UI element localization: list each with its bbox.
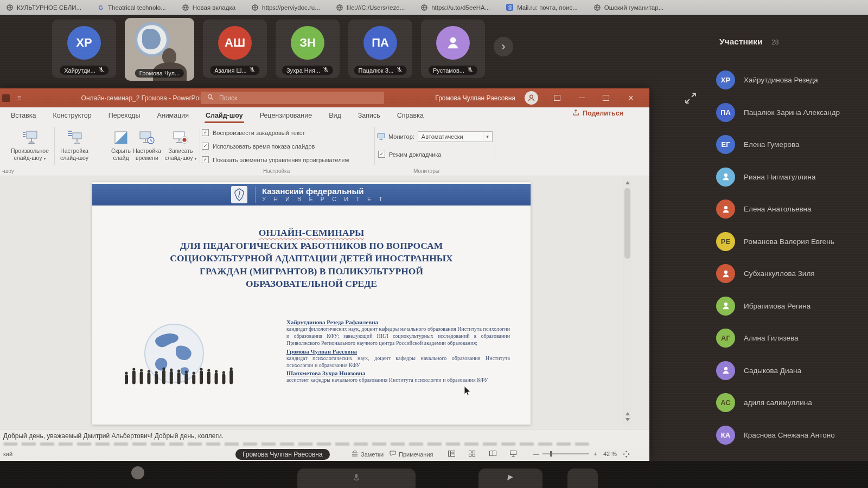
- menu-icon[interactable]: ≡: [17, 94, 22, 102]
- participant-row[interactable]: КАКраснова Снежана Антоно: [716, 419, 868, 452]
- ribbon-options-button[interactable]: [546, 88, 568, 107]
- previous-slide-icon[interactable]: [626, 412, 630, 415]
- browser-tab-label: Mail.ru: почта, поис...: [517, 4, 578, 11]
- slide-sorter-view-icon[interactable]: [469, 451, 475, 457]
- ribbon-tab-row: ВставкаКонструкторПереходыАнимацияСлайд-…: [0, 107, 649, 124]
- scrollbar-thumb[interactable]: [624, 188, 630, 259]
- setup-show-button[interactable]: Настройкаслайд-шоу: [56, 127, 92, 161]
- ribbon-tab-2[interactable]: Переходы: [107, 110, 142, 121]
- video-tile[interactable]: Рустамов...: [421, 20, 485, 78]
- ribbon-checkbox[interactable]: ✓Использовать время показа слайдов: [202, 143, 315, 150]
- ribbon-tab-7[interactable]: Запись: [357, 110, 381, 121]
- ribbon-checkbox[interactable]: ✓Воспроизвести закадровый текст: [202, 129, 305, 136]
- browser-tab[interactable]: Ошский гуманитар...: [594, 4, 663, 11]
- ribbon-tab-1[interactable]: Конструктор: [52, 110, 92, 121]
- kfu-emblem-icon: [231, 186, 247, 203]
- checkbox-checked-icon[interactable]: ✓: [202, 156, 209, 163]
- browser-tab[interactable]: КУЛЬТУРНОЕ СБЛИ...: [7, 4, 81, 11]
- participant-row[interactable]: РЕРоманова Валерия Евгень: [716, 226, 868, 258]
- account-avatar-icon[interactable]: [525, 91, 538, 105]
- record-show-button[interactable]: Записатьслайд-шоу ▾: [163, 127, 199, 162]
- ribbon-tab-active[interactable]: Слайд-шоу: [205, 110, 244, 121]
- ribbon: -шоуПроизвольноеслайд-шоу ▾Настройкаслай…: [0, 124, 649, 176]
- minimize-button[interactable]: [571, 88, 592, 107]
- reading-view-icon[interactable]: [489, 451, 496, 457]
- next-slide-icon[interactable]: [626, 418, 630, 421]
- browser-tab[interactable]: @Mail.ru: почта, поис...: [506, 4, 578, 11]
- ribbon-tab-8[interactable]: Справка: [396, 110, 425, 121]
- checkbox-checked-icon[interactable]: ✓: [202, 143, 209, 150]
- ribbon-tab-6[interactable]: Вид: [328, 110, 342, 121]
- account-name[interactable]: Громова Чулпан Раесовна: [435, 88, 515, 107]
- video-tile[interactable]: ПАПацалюк З...: [348, 20, 412, 78]
- zoom-slider[interactable]: [542, 453, 589, 454]
- ribbon-checkbox[interactable]: ✓Показать элементы управления проигрыват…: [202, 156, 349, 163]
- restore-button[interactable]: [595, 88, 617, 107]
- participant-row[interactable]: Ибрагимова Регина: [716, 290, 868, 323]
- normal-view-icon[interactable]: [448, 451, 455, 457]
- people-silhouettes-image: [123, 363, 234, 387]
- search-box[interactable]: [201, 92, 384, 104]
- avatar: АШ: [218, 26, 252, 60]
- participant-row[interactable]: Субханкуллова Зиля: [716, 258, 868, 290]
- browser-tab[interactable]: https://u.to/d5eeHA...: [421, 4, 490, 11]
- browser-tab[interactable]: Новая вкладка: [182, 4, 235, 11]
- browser-tab[interactable]: https://perviydoc.ru...: [252, 4, 320, 11]
- close-button[interactable]: ×: [620, 88, 642, 107]
- share-button[interactable]: Поделиться: [572, 109, 623, 118]
- expand-fullscreen-icon[interactable]: [685, 92, 697, 104]
- video-tile[interactable]: Громова Чул...: [125, 18, 194, 81]
- monitor-select[interactable]: Автоматически▾: [418, 131, 493, 142]
- participant-row[interactable]: Садыкова Диана: [716, 355, 868, 387]
- participant-avatar: КА: [716, 426, 735, 445]
- custom-show-button[interactable]: Произвольноеслайд-шоу ▾: [4, 127, 55, 162]
- browser-tab[interactable]: file:///C:/Users/reze...: [336, 4, 405, 11]
- checkbox-label: Использовать время показа слайдов: [213, 143, 315, 150]
- search-input[interactable]: [218, 94, 350, 102]
- checkbox-checked-icon[interactable]: ✓: [378, 151, 385, 158]
- video-tile[interactable]: ХРХайрутди...: [52, 20, 116, 78]
- ribbon-tab-5[interactable]: Рецензирование: [259, 110, 314, 121]
- video-tile[interactable]: ЗНЗухра Ния...: [276, 20, 340, 78]
- scroll-up-icon[interactable]: [626, 181, 630, 184]
- fit-slide-icon[interactable]: [623, 451, 630, 458]
- toolbar-button-mic[interactable]: [297, 468, 416, 488]
- participant-row[interactable]: ЕГЕлена Гумерова: [716, 129, 868, 161]
- browser-tab[interactable]: GTheatrical technolo...: [98, 4, 166, 11]
- checkbox-checked-icon[interactable]: ✓: [202, 129, 209, 136]
- slideshow-view-icon[interactable]: [510, 451, 516, 457]
- participant-row[interactable]: АГАлина Гилязева: [716, 322, 868, 355]
- toolbar-button-share-screen[interactable]: [478, 468, 542, 488]
- ribbon-tab-0[interactable]: Вставка: [10, 110, 37, 121]
- participant-row[interactable]: ХРХайрутдинова Резеда: [716, 64, 868, 97]
- video-tile[interactable]: АШАзалия Ш...: [203, 20, 267, 78]
- presenter-mode-checkbox[interactable]: ✓Режим докладчика: [378, 151, 441, 158]
- participant-name: Садыкова Диана: [744, 367, 866, 375]
- ribbon-tab-3[interactable]: Анимация: [156, 110, 190, 121]
- vertical-scrollbar[interactable]: [623, 178, 631, 425]
- participant-name: Хайрутдинова Резеда: [744, 76, 866, 84]
- button-label: слайд-шоу: [56, 155, 92, 162]
- zoom-out-button[interactable]: —: [533, 451, 539, 457]
- participants-title: Участники: [719, 37, 763, 47]
- notes-toggle[interactable]: Заметки: [352, 451, 384, 458]
- notes-pane[interactable]: Добрый день, уважаемый Дмитрий Альбертов…: [0, 429, 649, 448]
- bottom-toolbar: [0, 461, 868, 488]
- browser-tab-label: КУЛЬТУРНОЕ СБЛИ...: [17, 4, 81, 11]
- group-separator: [54, 127, 55, 165]
- comments-toggle[interactable]: Примечания: [390, 451, 433, 458]
- toolbar-button-more[interactable]: [567, 468, 598, 488]
- participant-row[interactable]: АСадиля салимуллина: [716, 387, 868, 419]
- dropdown-caret-icon: ▾: [195, 156, 197, 161]
- globe-icon: [7, 4, 13, 11]
- zoom-in-button[interactable]: +: [593, 451, 597, 457]
- zoom-percent[interactable]: 42 %: [603, 451, 617, 457]
- participant-row[interactable]: Елена Анатольевна: [716, 193, 868, 226]
- participant-row[interactable]: Риана Нигматуллина: [716, 161, 868, 194]
- more-participants-button[interactable]: ›: [494, 37, 513, 56]
- participant-row[interactable]: ПАПацалюк Зарина Александр: [716, 97, 868, 129]
- record-show-icon: [163, 127, 199, 145]
- muted-mic-icon: [98, 67, 104, 74]
- speaker-description: ассистент кафедры начального образования…: [286, 376, 510, 383]
- rehearse-timings-button[interactable]: Настройкавремени: [129, 127, 165, 161]
